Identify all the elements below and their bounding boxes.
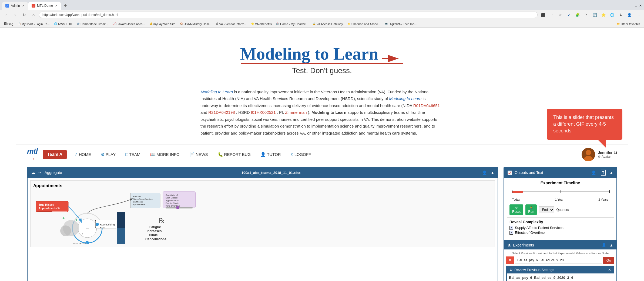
other-favorites-icon: 📂 xyxy=(617,22,620,25)
bookmark-access-gateway[interactable]: 🔒VA Access Gateway xyxy=(311,22,345,26)
url-box[interactable]: https://forio.com/app/va/va-psd-demo/mtl… xyxy=(39,12,538,18)
star-icon[interactable]: ☆ xyxy=(556,11,564,19)
profile-icon[interactable]: 👤 xyxy=(626,11,633,19)
svg-text:Staff Missed: Staff Missed xyxy=(166,197,177,199)
nav-more-info[interactable]: 📖 MORE INFO xyxy=(148,151,182,158)
exp-dropdown[interactable]: Bal_as_psy_6_Bal_ed_cc_9_20... xyxy=(515,257,602,263)
nav-home[interactable]: ✓ HOME xyxy=(72,151,93,158)
link-r01[interactable]: R01DA046651 xyxy=(413,103,440,108)
home-button[interactable]: ⌂ xyxy=(30,11,37,19)
exp-go-button[interactable]: Go xyxy=(603,257,614,264)
experiment-timeline: Experiment Timeline Today 1 Year 2 Years xyxy=(504,178,616,240)
svg-text:Due to Short-: Due to Short- xyxy=(166,202,179,204)
experiments-label: Experiments xyxy=(513,243,534,247)
reveal-item-1: ✓ Supply Affects Patient Services xyxy=(509,226,611,230)
bookmark-ebenefits[interactable]: ⭐VA eBenefits xyxy=(249,22,273,26)
nav-tutor-label: TUTOR xyxy=(267,152,281,157)
bookmark-mypay[interactable]: 💰myPay Web Site xyxy=(148,22,177,26)
bookmark-mychart[interactable]: 📋MyChart - Login Pa... xyxy=(16,22,51,26)
bookmark-edward[interactable]: 📈Edward Jones Acco... xyxy=(111,22,147,26)
end-select[interactable]: End xyxy=(539,206,554,213)
tab-close-mtl[interactable]: ✕ xyxy=(55,4,58,8)
nav-play-label: PLAY xyxy=(106,152,116,157)
bookmark-harborstone[interactable]: 🏦Harborstone Credit... xyxy=(75,22,110,26)
bookmark-va-vendor[interactable]: 🏛VA - Vendor Inform... xyxy=(214,22,248,26)
bookmark-nws[interactable]: 🌐NWS EDD xyxy=(52,22,74,26)
svg-text:℞: ℞ xyxy=(159,217,165,224)
tab-bar: A Admin ✕ M MTL Demo ✕ + ─ □ ✕ xyxy=(0,0,644,10)
puzzle-icon[interactable]: 🧩 xyxy=(574,11,581,19)
refresh-icon[interactable]: 🔄 xyxy=(591,11,599,19)
link-zimmerman[interactable]: Zimmerman xyxy=(285,110,307,115)
nav-logoff[interactable]: ⎋ LOGOFF xyxy=(289,151,313,158)
panel-expand-icon[interactable]: ▲ xyxy=(491,170,494,175)
play-gear-icon: ⚙ xyxy=(101,152,105,157)
timeline-2yr: 2 Years xyxy=(598,198,608,201)
new-tab-button[interactable]: + xyxy=(62,3,69,9)
bookmark-bing[interactable]: 🅱Bing xyxy=(2,22,15,26)
bookmark-shannon[interactable]: 📁Shannon and Assoc... xyxy=(346,22,382,26)
edward-icon: 📈 xyxy=(112,22,116,25)
nav-more-info-label: MORE INFO xyxy=(157,152,180,157)
nav-news[interactable]: 📄 NEWS xyxy=(187,151,210,158)
forward-button[interactable]: › xyxy=(11,11,19,19)
checkbox-supply[interactable]: ✓ xyxy=(509,226,513,230)
timeline-labels: Today 1 Year 2 Years xyxy=(512,198,608,201)
zap-icon[interactable]: Z xyxy=(565,11,573,19)
more-icon[interactable]: ⋯ xyxy=(634,11,642,19)
nav-play[interactable]: ⚙ PLAY xyxy=(99,151,118,158)
nav-tutor[interactable]: 👤 TUTOR xyxy=(258,151,283,158)
timeline-bar-container: Today 1 Year 2 Years xyxy=(509,188,611,201)
description-close-paren: ). xyxy=(308,110,311,115)
panel-aggregate-header: ☁ → Aggregate 100a1_abc_teama_2018_11_01… xyxy=(28,167,498,178)
close-icon[interactable]: ✕ xyxy=(639,4,642,8)
svg-rect-26 xyxy=(117,212,125,228)
svg-text:True Missed: True Missed xyxy=(39,203,54,206)
tab-mtl[interactable]: M MTL Demo ✕ xyxy=(28,2,61,10)
cursor-icon[interactable]: 🖱 xyxy=(582,11,590,19)
back-button[interactable]: ‹ xyxy=(2,11,10,19)
tab-close-admin[interactable]: ✕ xyxy=(22,4,25,8)
grid-icon[interactable]: :: xyxy=(548,11,555,19)
bookmark-myhealthe[interactable]: 🏥Home - My Healthe... xyxy=(274,22,310,26)
link-i01[interactable]: I01HX002521 xyxy=(251,110,276,115)
run-button[interactable]: 🏃 Run xyxy=(525,204,537,215)
panel-outputs: 📈 Outputs and Text 👤 T ▲ Experiment Time… xyxy=(504,167,617,281)
outputs-expand-icon[interactable]: ▲ xyxy=(609,170,613,175)
user-name-block: Jennifer Li ⚙ Avatar xyxy=(598,150,617,159)
tab-admin[interactable]: A Admin ✕ xyxy=(2,2,28,10)
svg-rect-5 xyxy=(36,201,68,212)
red-underline xyxy=(241,63,403,64)
svg-text:0: 0 xyxy=(82,233,83,235)
svg-text:Clinic: Clinic xyxy=(149,233,158,237)
minimize-icon[interactable]: ─ xyxy=(630,4,633,8)
run-person-icon: 🏃 xyxy=(529,206,533,210)
nav-home-label: HOME xyxy=(79,152,91,157)
checkbox-overtime[interactable]: ✓ xyxy=(509,231,513,235)
reset-button[interactable]: ↺ Reset xyxy=(509,204,523,215)
logoff-door-icon: ⎋ xyxy=(291,152,293,157)
cast-icon[interactable]: ⬛ xyxy=(539,11,547,19)
link-r21[interactable]: R21DA042198 xyxy=(208,110,235,115)
bookmark-other-favorites[interactable]: 📂Other favorites xyxy=(615,22,642,26)
reveal-item-1-label: Supply Affects Patient Services xyxy=(515,226,564,230)
description-block: Modeling to Learn is a national quality … xyxy=(200,88,444,137)
bookmark-usaa[interactable]: 🏠USAA Military Hom... xyxy=(178,22,213,26)
bookmark-digitalva[interactable]: 💻DigitalVA - Tech Inc... xyxy=(383,22,418,26)
user-avatar xyxy=(582,148,595,161)
dropdown-arrow-icon: ▼ xyxy=(506,256,514,264)
description-italic-1: Modeling to Learn xyxy=(200,90,233,94)
nav-report-bug[interactable]: 🐛 REPORT BUG xyxy=(216,151,253,158)
review-close-icon[interactable]: ✕ xyxy=(608,268,611,272)
maximize-icon[interactable]: □ xyxy=(635,4,637,8)
reload-button[interactable]: ↻ xyxy=(21,11,28,19)
globe-icon[interactable]: 🌐 xyxy=(608,11,616,19)
team-a-badge: Team A xyxy=(43,150,67,159)
svg-text:─: ─ xyxy=(86,226,89,230)
download-icon[interactable]: ⬇ xyxy=(617,11,625,19)
experiments-expand-icon[interactable]: ▲ xyxy=(609,243,613,247)
bookmark-icon[interactable]: ⭐ xyxy=(600,11,607,19)
nav-team[interactable]: □ TEAM xyxy=(123,151,142,158)
diagram-area: True Missed Appointments % ─ 0 xyxy=(33,190,492,244)
panel-aggregate-body: Appointments True Missed Appointments % xyxy=(28,178,498,250)
